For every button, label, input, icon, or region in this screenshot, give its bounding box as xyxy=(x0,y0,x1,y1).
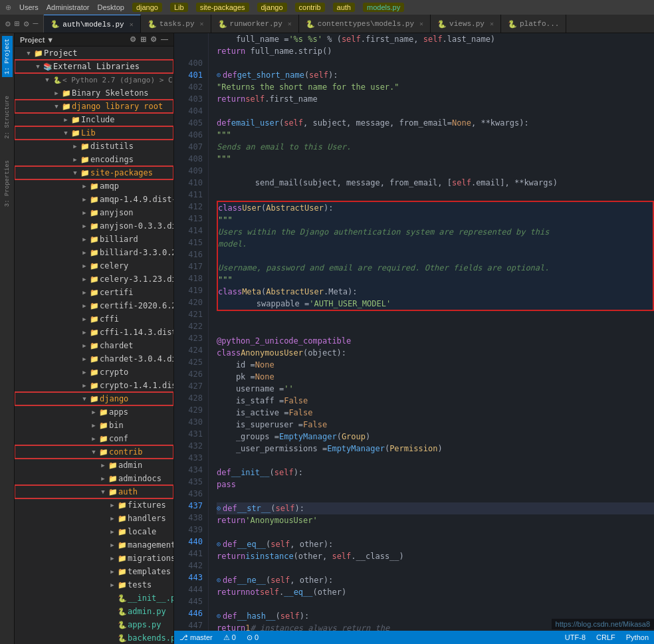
tab-platform[interactable]: 🐍 platfo... xyxy=(501,15,566,33)
tree-site-packages[interactable]: ▼ 📁 site-packages xyxy=(15,166,173,179)
tree-auth-folder[interactable]: ▼📁 auth xyxy=(15,485,173,498)
toolbar-split[interactable]: ⊞ xyxy=(15,19,20,29)
tree-external-libs[interactable]: ▼ 📚 External Libraries xyxy=(15,60,173,73)
tree-admin-py[interactable]: 🐍admin.py xyxy=(15,605,173,618)
tab-close-4[interactable]: ✕ xyxy=(419,20,423,28)
code-line-411 xyxy=(217,189,654,201)
tab-auth-models[interactable]: 🐍 auth\models.py ✕ xyxy=(44,15,140,33)
lbl: tests xyxy=(128,580,152,590)
tree-cffi[interactable]: ▶📁cffi xyxy=(15,312,173,326)
tree-admindocs[interactable]: ▶📁admindocs xyxy=(15,472,173,485)
tab-close-3[interactable]: ✕ xyxy=(288,20,292,28)
line-gutter: 400 401 402 403 404 405 406 407 408 409 … xyxy=(174,33,209,631)
toolbar-settings[interactable]: ⚙ xyxy=(24,19,29,29)
top-django2[interactable]: django xyxy=(257,3,287,12)
tree-encodings[interactable]: ▶ 📁 encodings xyxy=(15,153,173,166)
code-line-408: """ xyxy=(217,153,654,165)
project-tab[interactable]: 1: Project xyxy=(2,36,13,77)
tab-close-2[interactable]: ✕ xyxy=(200,20,204,28)
panel-close-icon[interactable]: — xyxy=(161,35,168,44)
panel-settings-icon[interactable]: ⚙ xyxy=(150,35,157,44)
tree-management[interactable]: ▶📁management xyxy=(15,538,173,552)
tab-tasks[interactable]: 🐍 tasks.py ✕ xyxy=(141,15,211,33)
tree-python27[interactable]: ▼ 🐍 < Python 2.7 (django) > C:\Users\Adm… xyxy=(15,73,173,86)
error-count[interactable]: ⊙ 0 xyxy=(247,633,259,642)
lbl: templates xyxy=(128,567,171,576)
tree-fixtures[interactable]: ▶📁fixtures xyxy=(15,498,173,512)
panel-gear-icon[interactable]: ⚙ xyxy=(130,35,136,44)
tree-certifi-info[interactable]: ▶📁certifi-2020.6.20.dist-info xyxy=(15,299,173,312)
panel-split-icon[interactable]: ⊞ xyxy=(140,35,146,44)
tree-celery-info[interactable]: ▶📁celery-3.1.23.dist-info xyxy=(15,272,173,286)
tree-billiard-info[interactable]: ▶📁billiard-3.3.0.23.dist-info xyxy=(15,246,173,259)
lbl: auth xyxy=(118,487,138,496)
tree-certifi[interactable]: ▶📁certifi xyxy=(15,286,173,299)
top-administrator[interactable]: Administrator xyxy=(47,3,90,11)
top-models-py[interactable]: models.py xyxy=(363,3,404,12)
tree-templates[interactable]: ▶📁templates xyxy=(15,565,173,578)
tree-admin[interactable]: ▶📁admin xyxy=(15,459,173,472)
tree-lib[interactable]: ▼ 📁 Lib xyxy=(15,126,173,140)
tree-django-lib-root[interactable]: ▼ 📁 django library root xyxy=(15,100,173,113)
tree-amqp-info[interactable]: ▶📁amqp-1.4.9.dist-info xyxy=(15,193,173,206)
tree-crypto-info[interactable]: ▶📁crypto-1.4.1.dist-info xyxy=(15,379,173,392)
tree-include[interactable]: ▶ 📁 Include xyxy=(15,113,173,126)
structure-tab[interactable]: 2: Structure xyxy=(2,93,13,142)
top-auth[interactable]: auth xyxy=(333,3,355,12)
tree-backends-py[interactable]: 🐍backends.py xyxy=(15,631,173,644)
tab-close-1[interactable]: ✕ xyxy=(130,21,134,29)
tree-distutils-label: distutils xyxy=(90,142,134,151)
top-users[interactable]: Users xyxy=(19,3,39,11)
tree-bin[interactable]: ▶📁bin xyxy=(15,419,173,432)
tree-conf[interactable]: ▶📁conf xyxy=(15,432,173,445)
tree-locale[interactable]: ▶📁locale xyxy=(15,525,173,538)
git-branch[interactable]: ⎇ master xyxy=(179,633,213,642)
lbl: celery-3.1.23.dist-info xyxy=(100,274,173,284)
tree-chardet[interactable]: ▶📁chardet xyxy=(15,339,173,352)
lbl: certifi xyxy=(100,288,134,297)
warning-count[interactable]: ⚠ 0 xyxy=(223,633,236,642)
tab-views[interactable]: 🐍 views.py ✕ xyxy=(431,15,501,33)
top-lib[interactable]: Lib xyxy=(170,3,188,12)
tree-anyjson-info[interactable]: ▶📁anyjson-0.3.3.dist-info xyxy=(15,219,173,233)
tree-apps[interactable]: ▶📁apps xyxy=(15,405,173,419)
tab-runworker[interactable]: 🐍 runworker.py ✕ xyxy=(211,15,299,33)
tab-label-4: contenttypes\models.py xyxy=(318,20,414,28)
properties-tab[interactable]: 3: Properties xyxy=(2,158,13,209)
tree-contrib[interactable]: ▼📁 contrib xyxy=(15,445,173,459)
tree-label: Project xyxy=(44,49,78,58)
tab-icon-2: 🐍 xyxy=(148,20,157,29)
lbl: management xyxy=(128,540,173,550)
top-contrib[interactable]: contrib xyxy=(295,3,325,12)
tree-distutils[interactable]: ▶ 📁 distutils xyxy=(15,140,173,153)
tree-django-pkg[interactable]: ▼📁 django xyxy=(15,392,173,405)
tab-close-5[interactable]: ✕ xyxy=(490,20,494,28)
lbl: migrations xyxy=(128,554,173,563)
code-line-437: ⊙ def __str__(self): xyxy=(217,502,654,514)
tree-apps-py[interactable]: 🐍apps.py xyxy=(15,618,173,631)
tree-init-py[interactable]: 🐍__init__.py xyxy=(15,591,173,605)
tree-project-root[interactable]: ▼ 📁 Project xyxy=(15,47,173,60)
code-line-417: Username, password and email are require… xyxy=(218,262,653,274)
top-desktop[interactable]: Desktop xyxy=(98,3,124,11)
tree-billiard[interactable]: ▶📁billiard xyxy=(15,233,173,246)
toolbar-gear[interactable]: ⚙ xyxy=(5,19,11,29)
top-django[interactable]: django xyxy=(132,3,162,12)
tree-anyjson[interactable]: ▶📁anyjson xyxy=(15,206,173,219)
code-line-423: @python_2_unicode_compatible xyxy=(217,335,654,347)
tree-celery[interactable]: ▶📁celery xyxy=(15,259,173,272)
code-line xyxy=(217,57,654,69)
toolbar-minus[interactable]: — xyxy=(33,19,38,29)
tab-icon-5: 🐍 xyxy=(437,20,447,29)
tree-tests[interactable]: ▶📁tests xyxy=(15,578,173,591)
top-site-packages[interactable]: site-packages xyxy=(196,3,249,12)
tree-bin-skeletons[interactable]: ▶ 📁 Binary Skeletons xyxy=(15,86,173,100)
tree-amqp[interactable]: ▶📁amqp xyxy=(15,179,173,193)
tree-migrations[interactable]: ▶📁migrations xyxy=(15,552,173,565)
tree-cffi-info[interactable]: ▶📁cffi-1.14.3.dist-info xyxy=(15,326,173,339)
tree-crypto[interactable]: ▶📁crypto xyxy=(15,366,173,379)
code-content[interactable]: .cl { height:18px; white-space:pre; disp… xyxy=(209,33,654,631)
tree-handlers[interactable]: ▶📁handlers xyxy=(15,512,173,525)
tree-chardet-info[interactable]: ▶📁chardet-3.0.4.dist-info xyxy=(15,352,173,366)
tab-contenttypes[interactable]: 🐍 contenttypes\models.py ✕ xyxy=(299,15,431,33)
